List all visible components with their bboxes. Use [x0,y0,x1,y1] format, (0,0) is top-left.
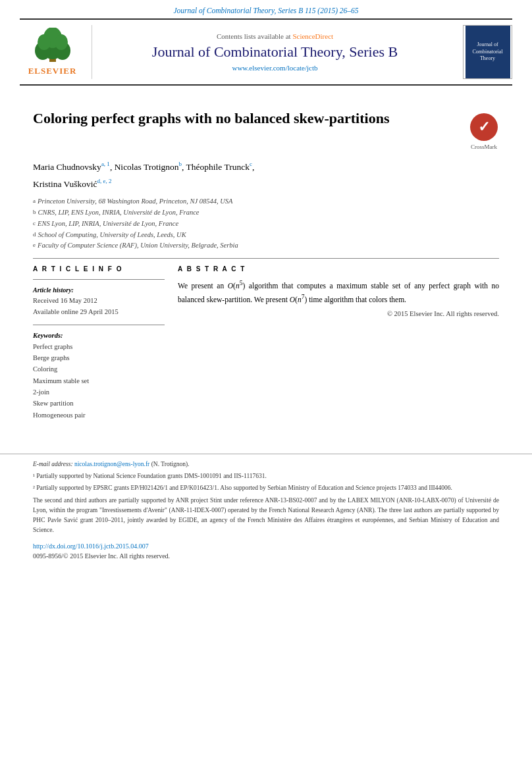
elsevier-wordmark: ELSEVIER [28,66,77,76]
vuskovic-sup: d, e, 2 [97,178,112,184]
authors-line: Maria Chudnovskya, 1, Nicolas Trotignonb… [33,159,499,174]
email-person: (N. Trotignon). [151,461,190,467]
keyword-2: Berge graphs [33,352,165,363]
authors-line-2: Kristina Vuškovićd, e, 2 [33,176,499,191]
affil-sup-b: b [33,207,36,219]
available-date: Available online 29 April 2015 [33,307,165,318]
svg-text:✓: ✓ [478,119,490,135]
footnote-3: The second and third authors are partial… [33,496,499,536]
doi-link[interactable]: http://dx.doi.org/10.1016/j.jctb.2015.04… [33,542,149,550]
trotignon-sup: b [179,161,182,167]
received-date: Received 16 May 2012 [33,296,165,307]
keyword-3: Coloring [33,363,165,375]
affil-b: b CNRS, LIP, ENS Lyon, INRIA, Université… [33,207,499,219]
footnote-2: ² Partially supported by EPSRC grants EP… [33,483,499,493]
two-column-section: A R T I C L E I N F O Article history: R… [33,265,499,421]
header-center: Contents lists available at ScienceDirec… [92,25,458,79]
article-info-col: A R T I C L E I N F O Article history: R… [33,265,165,421]
main-content: Coloring perfect graphs with no balanced… [0,86,532,427]
journal-url[interactable]: www.elsevier.com/locate/jctb [232,64,317,72]
journal-title: Journal of Combinatorial Theory, Series … [152,43,398,62]
copyright-text: © 2015 Elsevier Inc. All rights reserved… [178,310,499,317]
keyword-6: Skew partition [33,398,165,409]
journal-top-ref: Journal of Combinatorial Theory, Series … [0,0,532,18]
affil-text-a: Princeton University, 68 Washington Road… [38,196,233,207]
info-divider-top [33,279,165,280]
email-footnote: E-mail address: nicolas.trotignon@ens-ly… [33,460,499,469]
footnote-1: ¹ Partially supported by National Scienc… [33,471,499,481]
affil-sup-c: c [33,219,36,230]
affil-d: d School of Computing, University of Lee… [33,230,499,241]
email-label: E-mail address: [33,461,74,467]
affil-sup-d: d [33,230,36,241]
abstract-text: We present an O(n5) algorithm that compu… [178,278,499,305]
journal-thumbnail: Journal of Combinatorial Theory [463,25,512,79]
section-divider [33,258,499,259]
crossmark-icon: ✓ [469,112,499,142]
top-ref-text: Journal of Combinatorial Theory, Series … [173,7,358,14]
chudnovsky-sup: a, 1 [101,161,110,167]
affil-c: c ENS Lyon, LIP, INRIA, Université de Ly… [33,219,499,230]
thumb-inner: Journal of Combinatorial Theory [466,26,510,78]
author-vuskovic: Kristina Vušković [33,179,97,189]
affil-text-e: Faculty of Computer Science (RAF), Union… [38,240,238,251]
affil-sup-e: e [33,240,36,251]
crossmark-label: CrossMark [471,144,497,150]
contents-available: Contents lists available at ScienceDirec… [217,32,333,40]
page: Journal of Combinatorial Theory, Series … [0,0,532,765]
article-title: Coloring perfect graphs with no balanced… [33,109,389,128]
svg-point-5 [38,34,51,50]
keyword-5: 2-join [33,386,165,398]
trunck-sup: c [250,161,252,167]
affil-text-c: ENS Lyon, LIP, INRIA, Université de Lyon… [38,219,178,230]
elsevier-logo-block: ELSEVIER [20,25,92,79]
keyword-4: Maximum stable set [33,375,165,386]
crossmark-badge: ✓ CrossMark [469,112,499,150]
thumb-text: Journal of Combinatorial Theory [468,41,508,62]
abstract-label: A B S T R A C T [178,265,499,273]
info-divider-mid [33,325,165,325]
affil-text-d: School of Computing, University of Leeds… [38,230,186,241]
affiliations-block: a Princeton University, 68 Washington Ro… [33,196,499,251]
affil-a: a Princeton University, 68 Washington Ro… [33,196,499,207]
footnote-section: E-mail address: nicolas.trotignon@ens-ly… [0,454,532,560]
author-chudnovsky: Maria Chudnovsky [33,162,101,172]
keyword-7: Homogeneous pair [33,409,165,421]
article-title-section: Coloring perfect graphs with no balanced… [33,109,499,150]
email-link[interactable]: nicolas.trotignon@ens-lyon.fr [74,461,149,467]
article-history-label: Article history: [33,286,165,294]
header-banner: ELSEVIER Contents lists available at Sci… [20,18,512,86]
affil-e: e Faculty of Computer Science (RAF), Uni… [33,240,499,251]
keyword-1: Perfect graphs [33,341,165,352]
article-info-label: A R T I C L E I N F O [33,265,165,273]
affil-text-b: CNRS, LIP, ENS Lyon, INRIA, Université d… [38,207,200,219]
sciencedirect-link[interactable]: ScienceDirect [292,32,333,40]
affil-sup-a: a [33,196,36,207]
keywords-label: Keywords: [33,332,165,339]
issn-line: 0095-8956/© 2015 Elsevier Inc. All right… [33,552,499,560]
svg-point-6 [55,34,68,50]
elsevier-tree-icon [26,28,79,64]
abstract-col: A B S T R A C T We present an O(n5) algo… [178,265,499,421]
